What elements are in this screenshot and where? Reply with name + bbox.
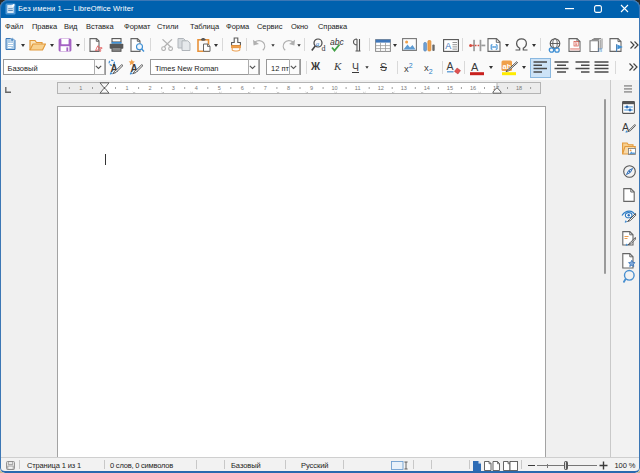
svg-text:A: A (471, 60, 479, 72)
svg-text:a: a (316, 40, 320, 48)
svg-text:d: d (322, 44, 326, 53)
svg-text:15: 15 (447, 85, 453, 91)
svg-text:A: A (447, 60, 454, 72)
svg-text:3: 3 (172, 85, 175, 91)
svg-text:7: 7 (264, 85, 267, 91)
svg-text:[i]: [i] (598, 47, 603, 52)
svg-text:16: 16 (470, 85, 476, 91)
svg-text:4: 4 (195, 85, 198, 91)
svg-text:1: 1 (79, 85, 82, 91)
svg-text:11: 11 (355, 85, 361, 91)
svg-text:9: 9 (310, 85, 313, 91)
svg-text:A: A (622, 120, 629, 132)
svg-text:13: 13 (401, 85, 407, 91)
svg-text:A: A (445, 41, 451, 51)
svg-text:2: 2 (149, 85, 152, 91)
svg-text:14: 14 (424, 85, 430, 91)
svg-text:5: 5 (218, 85, 221, 91)
svg-text:8: 8 (287, 85, 290, 91)
svg-text:18: 18 (516, 85, 522, 91)
svg-text:1: 1 (126, 85, 129, 91)
svg-text:6: 6 (241, 85, 244, 91)
svg-text:12: 12 (378, 85, 384, 91)
svg-text:abc: abc (330, 38, 344, 47)
svg-text:10: 10 (332, 85, 338, 91)
